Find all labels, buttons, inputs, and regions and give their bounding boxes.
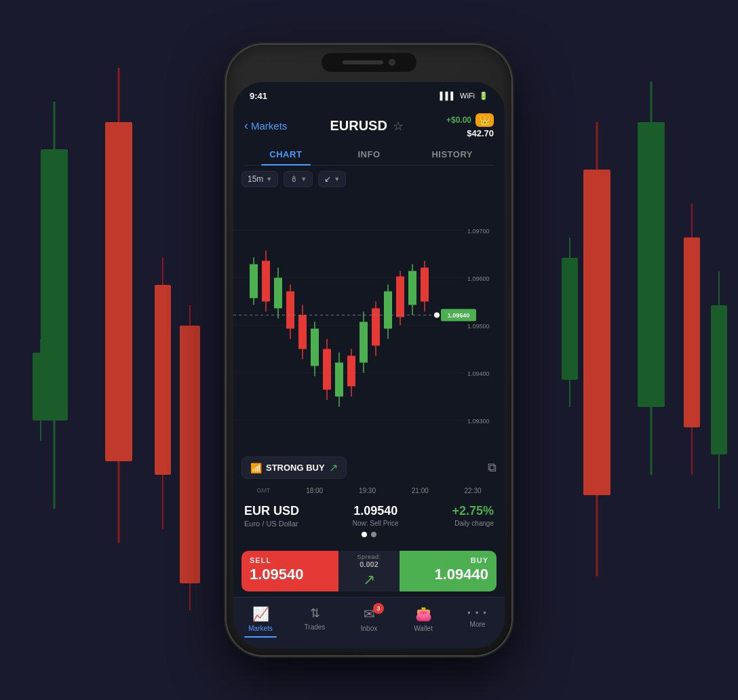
timeframe-selector[interactable]: 15m ▼ xyxy=(241,171,278,187)
sell-button[interactable]: SELL 1.09540 xyxy=(241,551,338,591)
speaker xyxy=(343,60,383,64)
wifi-icon: WiFi xyxy=(460,92,475,100)
header-top: ‹ Markets EURUSD ☆ +$0.00 👑 $42.70 xyxy=(244,113,494,138)
nav-inbox-label: Inbox xyxy=(361,625,377,632)
balance-amount: $42.70 xyxy=(467,128,494,138)
chart-type-icon: 🕯 xyxy=(290,174,298,184)
svg-rect-45 xyxy=(335,363,343,397)
svg-rect-37 xyxy=(286,292,294,329)
drawing-tool-icon: ↙ xyxy=(324,174,331,184)
svg-rect-1 xyxy=(41,149,68,421)
svg-rect-57 xyxy=(408,271,416,305)
chart-area: 1.09700 1.09600 1.09500 1.09400 1.09300 xyxy=(233,193,505,451)
signal-icon: ▌▌▌ xyxy=(440,92,456,100)
svg-rect-31 xyxy=(250,265,258,298)
signal-bar: 📶 STRONG BUY ↗ ⧉ xyxy=(233,451,505,484)
timeframe-arrow-icon: ▼ xyxy=(266,176,272,182)
signal-wave-icon: 📶 xyxy=(250,463,262,473)
svg-rect-19 xyxy=(711,305,727,454)
svg-rect-35 xyxy=(274,278,282,309)
nav-wallet[interactable]: 👛 Wallet xyxy=(396,603,450,635)
tabs-bar: CHART INFO HISTORY xyxy=(244,144,494,166)
nav-markets-label: Markets xyxy=(248,625,273,632)
status-icons: ▌▌▌ WiFi 🔋 xyxy=(440,92,488,100)
buy-price: 1.09440 xyxy=(408,566,488,583)
more-icon: • • • xyxy=(467,606,487,618)
markets-icon: 📈 xyxy=(252,606,269,622)
price-subtitle: Now: Sell Price xyxy=(353,520,399,527)
nav-markets[interactable]: 📈 Markets xyxy=(233,603,288,635)
svg-rect-7 xyxy=(155,285,171,475)
pair-info-right: +2.75% Daily change xyxy=(452,504,494,527)
daily-change: +2.75% xyxy=(452,504,494,518)
back-button[interactable]: ‹ Markets xyxy=(244,119,287,133)
copy-button[interactable]: ⧉ xyxy=(488,461,497,475)
pair-info-left: EUR USD Euro / US Dollar xyxy=(244,504,299,528)
phone-screen: 9:41 ▌▌▌ WiFi 🔋 ‹ Markets EURUSD ☆ xyxy=(233,82,505,648)
tab-history[interactable]: HISTORY xyxy=(410,144,494,165)
spread-value: 0.002 xyxy=(360,560,378,568)
time-2230: 22:30 xyxy=(465,487,482,494)
back-arrow-icon: ‹ xyxy=(244,119,248,133)
tab-info[interactable]: INFO xyxy=(328,144,411,165)
signal-text: STRONG BUY xyxy=(266,463,325,473)
gmt-label: GMT xyxy=(256,487,270,494)
timeframe-value: 15m xyxy=(248,174,263,184)
profit-badge: +$0.00 👑 xyxy=(446,113,494,127)
current-price: 1.09540 xyxy=(353,504,399,518)
svg-rect-3 xyxy=(105,122,132,461)
candlestick-chart: 1.09700 1.09600 1.09500 1.09400 1.09300 xyxy=(233,193,505,451)
chart-type-arrow-icon: ▼ xyxy=(300,176,307,182)
trades-icon: ⇅ xyxy=(310,606,320,621)
battery-icon: 🔋 xyxy=(479,92,488,100)
time-1800: 18:00 xyxy=(306,487,323,494)
phone-body: 9:41 ▌▌▌ WiFi 🔋 ‹ Markets EURUSD ☆ xyxy=(227,45,511,655)
profit-amount: +$0.00 xyxy=(446,115,471,125)
star-icon[interactable]: ☆ xyxy=(393,119,404,134)
svg-rect-59 xyxy=(421,268,429,302)
pair-description: Euro / US Dollar xyxy=(244,520,299,528)
signal-badge: 📶 STRONG BUY ↗ xyxy=(241,456,347,479)
phone-notch xyxy=(322,53,416,72)
time-axis: GMT 18:00 19:30 21:00 22:30 xyxy=(233,484,505,497)
svg-rect-15 xyxy=(562,258,578,380)
nav-more[interactable]: • • • More xyxy=(450,603,505,635)
nav-inbox[interactable]: ✉ Inbox 3 xyxy=(342,603,396,635)
svg-rect-33 xyxy=(262,261,270,302)
svg-rect-49 xyxy=(360,322,368,363)
status-time: 9:41 xyxy=(250,91,267,101)
dot-1 xyxy=(362,532,367,537)
nav-trades[interactable]: ⇅ Trades xyxy=(288,603,342,635)
nav-more-label: More xyxy=(470,621,486,628)
drawing-arrow-icon: ▼ xyxy=(334,176,340,182)
signal-direction-icon: ↗ xyxy=(329,461,338,474)
buy-button[interactable]: BUY 1.09440 xyxy=(400,551,497,591)
buy-label: BUY xyxy=(408,556,488,564)
svg-rect-51 xyxy=(372,309,380,346)
pair-full-name: EUR USD xyxy=(244,504,299,518)
spread-arrow-icon: ↗ xyxy=(363,571,375,589)
nav-trades-label: Trades xyxy=(305,623,326,631)
svg-text:1.09540: 1.09540 xyxy=(448,312,470,319)
nav-wallet-label: Wallet xyxy=(414,625,432,632)
svg-rect-5 xyxy=(33,353,49,421)
svg-text:1.09600: 1.09600 xyxy=(467,275,490,282)
nav-active-indicator xyxy=(244,636,277,638)
bottom-nav: 📈 Markets ⇅ Trades ✉ Inbox 3 👛 Wallet xyxy=(233,597,505,648)
chart-type-selector[interactable]: 🕯 ▼ xyxy=(284,171,313,187)
spread-area: Spread: 0.002 ↗ xyxy=(338,551,400,591)
pair-name: EURUSD xyxy=(330,118,387,134)
svg-rect-17 xyxy=(684,237,700,427)
price-info-row: EUR USD Euro / US Dollar 1.09540 Now: Se… xyxy=(244,504,494,528)
svg-rect-47 xyxy=(347,356,355,387)
change-subtitle: Daily change xyxy=(452,520,494,527)
spread-label: Spread: xyxy=(357,553,381,560)
drawing-tool-selector[interactable]: ↙ ▼ xyxy=(318,171,346,187)
svg-rect-13 xyxy=(638,122,665,407)
tab-chart[interactable]: CHART xyxy=(244,144,328,165)
sell-label: SELL xyxy=(250,556,330,564)
svg-text:1.09300: 1.09300 xyxy=(467,418,490,425)
crown-icon: 👑 xyxy=(475,113,494,127)
app-header: ‹ Markets EURUSD ☆ +$0.00 👑 $42.70 xyxy=(233,109,505,166)
status-bar: 9:41 ▌▌▌ WiFi 🔋 xyxy=(233,82,505,109)
